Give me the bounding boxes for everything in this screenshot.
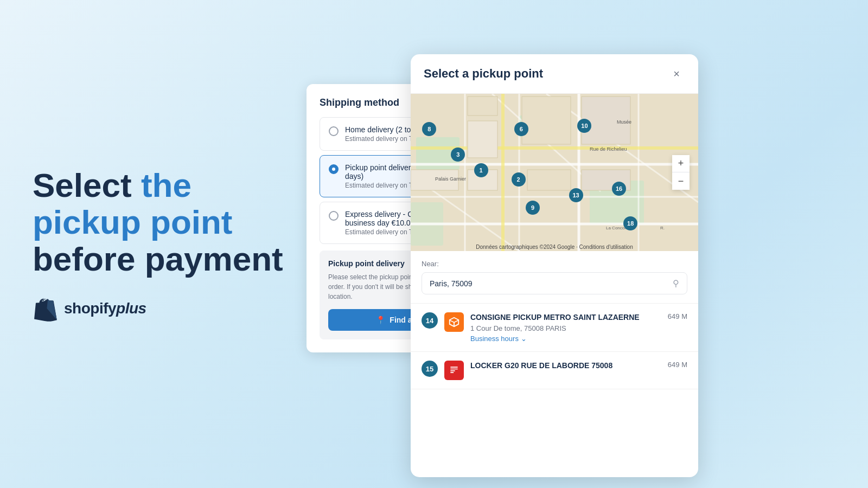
result-icon-14: [444, 312, 464, 332]
map-background: Palais Garnier Musée Rue de Richelieu La…: [411, 94, 698, 251]
search-input-row: ⚲: [422, 272, 687, 294]
zoom-out-button[interactable]: −: [672, 172, 690, 190]
shopify-bag-icon: [33, 295, 59, 321]
svg-text:Musée: Musée: [617, 119, 631, 125]
hero-title-line2: pickup point: [33, 203, 233, 241]
radio-home[interactable]: [329, 126, 339, 136]
map-pin-9[interactable]: 9: [526, 201, 540, 215]
search-input[interactable]: [430, 279, 668, 288]
radio-pickup[interactable]: [329, 164, 339, 174]
location-pin-icon: 📍: [376, 316, 385, 324]
map-svg: Palais Garnier Musée Rue de Richelieu La…: [411, 94, 698, 251]
hero-title-blue: the: [141, 166, 192, 204]
hero-title-select: Select: [33, 166, 141, 204]
map-attribution: Données cartographiques ©2024 Google · C…: [476, 244, 633, 250]
chevron-down-icon: ⌄: [521, 335, 527, 343]
result-info-14: CONSIGNE PICKUP METRO SAINT LAZAERNE 1 C…: [470, 312, 661, 343]
map-area: Palais Garnier Musée Rue de Richelieu La…: [411, 94, 698, 251]
svg-rect-18: [522, 97, 571, 144]
map-pin-3[interactable]: 3: [451, 147, 465, 162]
result-address-14: 1 Cour De tome, 75008 PARIS: [470, 324, 661, 332]
radio-express[interactable]: [329, 211, 339, 221]
modal-close-button[interactable]: ×: [668, 65, 685, 82]
search-icon[interactable]: ⚲: [673, 278, 679, 288]
svg-rect-21: [527, 170, 571, 190]
result-name-14: CONSIGNE PICKUP METRO SAINT LAZAERNE: [470, 312, 661, 322]
svg-text:Palais Garnier: Palais Garnier: [435, 176, 466, 182]
search-area: Near: ⚲: [411, 251, 698, 304]
box-icon: [448, 316, 460, 328]
hero-title-line3: before payment: [33, 240, 283, 278]
result-info-15: LOCKER G20 RUE DE LABORDE 75008: [470, 361, 661, 370]
shopify-plus: plus: [116, 299, 146, 316]
map-pin-1[interactable]: 1: [474, 163, 488, 177]
result-item-15[interactable]: 15 LOCKER G20 RUE DE LABORDE 75008 649 M: [411, 352, 698, 389]
map-pin-6[interactable]: 6: [514, 122, 528, 136]
zoom-in-button[interactable]: +: [672, 155, 690, 172]
pickup-modal: Select a pickup point ×: [411, 54, 698, 477]
result-hours-14[interactable]: Business hours ⌄: [470, 335, 661, 343]
hero-section: Select the pickup point before payment s…: [33, 167, 304, 322]
map-pin-2[interactable]: 2: [512, 172, 526, 187]
result-number-15: 15: [422, 361, 438, 377]
result-distance-14: 649 M: [668, 312, 687, 320]
map-zoom-controls: + −: [672, 155, 690, 190]
shopify-logo: shopifyplus: [33, 295, 304, 321]
search-label: Near:: [422, 260, 687, 268]
result-hours-text-14: Business hours: [470, 335, 519, 343]
result-name-15: LOCKER G20 RUE DE LABORDE 75008: [470, 361, 661, 370]
map-pin-13[interactable]: 13: [569, 188, 583, 202]
result-number-14: 14: [422, 312, 438, 329]
shopify-text: shopifyplus: [64, 299, 146, 317]
result-item-14[interactable]: 14 CONSIGNE PICKUP METRO SAINT LAZAERNE …: [411, 304, 698, 352]
shopify-name: shopify: [64, 299, 116, 316]
result-distance-15: 649 M: [668, 361, 687, 369]
modal-header: Select a pickup point ×: [411, 54, 698, 94]
svg-rect-16: [468, 97, 497, 115]
results-list: 14 CONSIGNE PICKUP METRO SAINT LAZAERNE …: [411, 304, 698, 477]
hero-title: Select the pickup point before payment: [33, 167, 304, 278]
svg-rect-17: [468, 121, 497, 158]
modal-title: Select a pickup point: [424, 67, 543, 81]
result-icon-15: [444, 361, 464, 380]
svg-text:R.: R.: [660, 226, 665, 230]
relay-icon: [449, 365, 459, 376]
svg-text:Rue de Richelieu: Rue de Richelieu: [590, 146, 627, 152]
